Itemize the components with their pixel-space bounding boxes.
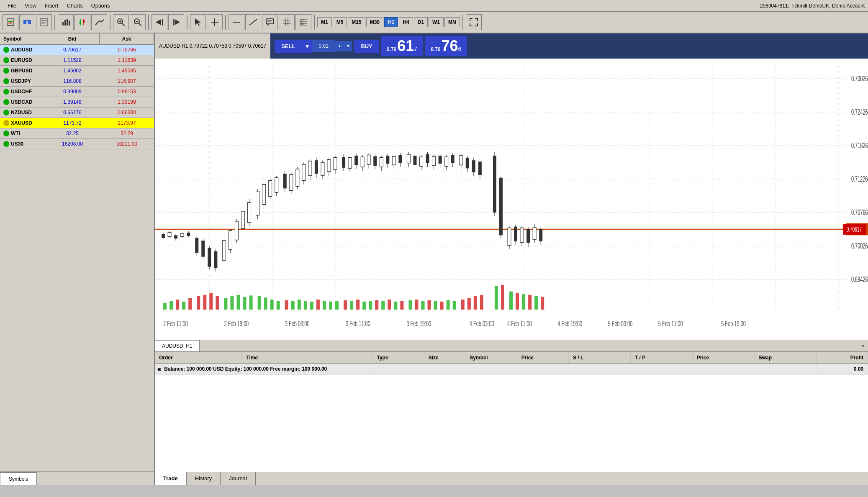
crosshair-button[interactable] <box>207 14 223 30</box>
svg-rect-243 <box>461 300 465 310</box>
svg-rect-193 <box>533 227 536 239</box>
buy-button[interactable]: BUY <box>354 40 379 53</box>
sell-button[interactable]: SELL <box>275 40 302 53</box>
tf-m30[interactable]: M30 <box>366 17 383 27</box>
symbol-icon-audusd <box>3 47 9 53</box>
tf-m15[interactable]: M15 <box>348 17 365 27</box>
symbol-name-usdcad: USDCAD <box>0 97 45 107</box>
svg-rect-191 <box>526 229 530 243</box>
svg-rect-221 <box>316 300 320 310</box>
cursor-button[interactable] <box>190 14 206 30</box>
svg-rect-235 <box>408 300 412 310</box>
tab-journal[interactable]: Journal <box>221 472 256 485</box>
separator-3 <box>148 15 149 30</box>
horizontal-line-button[interactable] <box>229 14 244 30</box>
separator-6 <box>314 15 315 30</box>
tf-d1[interactable]: D1 <box>414 17 428 27</box>
new-chart-button[interactable] <box>3 14 18 30</box>
svg-text:4 Feb 19:00: 4 Feb 19:00 <box>557 320 582 328</box>
lot-up-button[interactable]: ▲ <box>335 41 344 51</box>
line-chart-button[interactable] <box>91 14 107 30</box>
svg-rect-165 <box>432 156 436 166</box>
chart-expand-button[interactable]: » <box>858 341 868 351</box>
new-order-button[interactable]: $ <box>19 14 35 30</box>
comment-button[interactable] <box>262 14 278 30</box>
separator-1 <box>54 15 55 30</box>
symbol-row-xauusd[interactable]: XAUUSD 1173.72 1173.97 <box>0 118 154 128</box>
svg-rect-145 <box>367 155 370 164</box>
tf-m1[interactable]: M1 <box>317 17 332 27</box>
symbol-row-usdjpy[interactable]: USDJPY 116.808 116.907 <box>0 76 154 87</box>
symbol-icon-eurusd <box>3 57 9 63</box>
bar-chart-button[interactable] <box>58 14 74 30</box>
svg-rect-233 <box>394 302 397 310</box>
tab-symbols[interactable]: Symbols <box>0 472 37 485</box>
tf-w1[interactable]: W1 <box>429 17 444 27</box>
svg-rect-199 <box>169 301 173 310</box>
col-tp: T / P <box>630 352 692 364</box>
menu-file[interactable]: File <box>3 2 21 10</box>
col-price2: Price <box>692 352 754 364</box>
symbol-icon-usdchf <box>3 89 9 95</box>
symbol-row-audusd[interactable]: AUDUSD 0.70617 0.70766 <box>0 45 154 55</box>
fullscreen-button[interactable] <box>466 14 482 30</box>
svg-rect-139 <box>348 158 352 169</box>
account-info: 2089047811: Tickmill-DemoUK, Demo Accoun… <box>760 3 865 9</box>
menu-insert[interactable]: Insert <box>41 2 63 10</box>
trend-line-button[interactable] <box>245 14 261 30</box>
scroll-start-button[interactable] <box>168 14 184 30</box>
svg-rect-237 <box>421 301 424 310</box>
symbol-row-nzdusd[interactable]: NZDUSD 0.66176 0.66333 <box>0 108 154 118</box>
ask-usdjpy: 116.907 <box>100 76 154 86</box>
tf-h4[interactable]: H4 <box>399 17 413 27</box>
menu-view[interactable]: View <box>21 2 41 10</box>
tf-m5[interactable]: M5 <box>333 17 347 27</box>
svg-rect-247 <box>495 286 498 310</box>
buy-main: 76 <box>442 38 458 54</box>
svg-rect-202 <box>188 298 192 310</box>
symbol-row-usdcad[interactable]: USDCAD 1.39148 1.39199 <box>0 97 154 108</box>
trade-widget: SELL ▼ ▲ ▼ BUY 0.70 61 7 <box>270 33 868 59</box>
symbol-icon-nzdusd <box>3 110 9 115</box>
sell-price-display: 0.70 61 7 <box>381 36 423 56</box>
symbol-row-usdchf[interactable]: USDCHF 0.99009 0.99153 <box>0 87 154 97</box>
svg-rect-167 <box>439 156 442 164</box>
symbol-name-xauusd: XAUUSD <box>0 118 45 128</box>
fibonacci-button[interactable]: 38.25061.8 <box>295 14 311 30</box>
zoom-in-button[interactable] <box>113 14 129 30</box>
symbol-name-usdchf: USDCHF <box>0 87 45 97</box>
sell-dropdown-button[interactable]: ▼ <box>302 40 312 53</box>
chart-svg: 0.73026 0.72426 0.71826 0.71226 0.70766 … <box>155 59 868 340</box>
symbol-icon-wti <box>3 131 9 136</box>
svg-rect-244 <box>467 298 471 310</box>
symbol-row-gbpusd[interactable]: GBPUSD 1.45002 1.45035 <box>0 66 154 76</box>
lot-down-button[interactable]: ▼ <box>344 41 354 51</box>
candle-chart-button[interactable] <box>74 14 90 30</box>
grid-button[interactable] <box>279 14 295 30</box>
zoom-out-button[interactable] <box>130 14 146 30</box>
bid-usdchf: 0.99009 <box>45 87 100 97</box>
ask-audusd: 0.70766 <box>100 45 154 55</box>
tf-h1[interactable]: H1 <box>384 17 398 27</box>
chart-tab-audusd-h1[interactable]: AUDUSD, H1 <box>155 340 200 351</box>
symbol-row-eurusd[interactable]: EURUSD 1.11529 1.11639 <box>0 55 154 66</box>
bid-us30: 16208.00 <box>45 139 100 149</box>
symbol-row-us30[interactable]: US30 16208.00 16211.00 <box>0 139 154 149</box>
svg-rect-220 <box>310 302 313 310</box>
svg-rect-175 <box>466 158 469 169</box>
symbol-row-wti[interactable]: WTI 32.25 32.29 <box>0 128 154 139</box>
svg-text:0.70617: 0.70617 <box>847 226 862 233</box>
svg-rect-99 <box>214 251 217 268</box>
lot-size-input[interactable] <box>312 40 335 52</box>
menu-options[interactable]: Options <box>87 2 114 10</box>
tab-trade[interactable]: Trade <box>155 472 187 485</box>
chart-container[interactable]: 0.73026 0.72426 0.71826 0.71226 0.70766 … <box>155 59 868 340</box>
tf-mn[interactable]: MN <box>444 17 460 27</box>
col-symbol: Symbol <box>465 352 517 364</box>
scroll-end-button[interactable] <box>152 14 167 30</box>
svg-rect-147 <box>373 156 377 166</box>
tab-history[interactable]: History <box>187 472 221 485</box>
svg-rect-103 <box>229 231 232 249</box>
account-history-button[interactable] <box>36 14 52 30</box>
menu-charts[interactable]: Charts <box>62 2 87 10</box>
